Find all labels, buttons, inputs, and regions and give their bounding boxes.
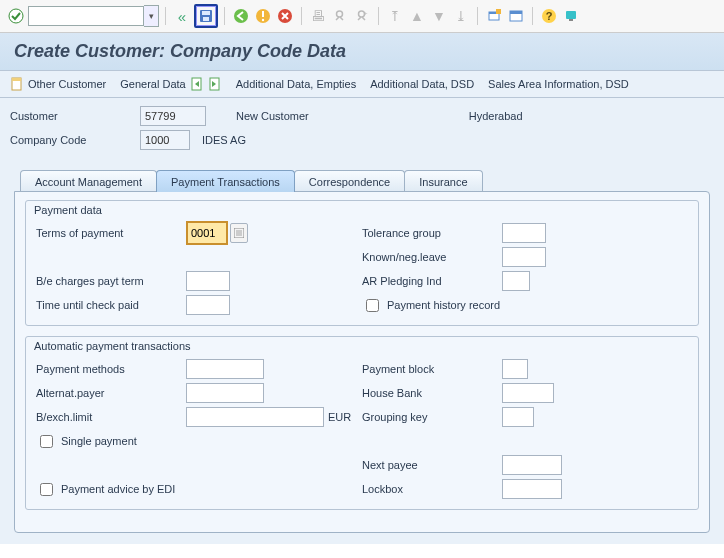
tab-payment-transactions[interactable]: Payment Transactions [156, 170, 295, 192]
customer-desc: New Customer [236, 110, 309, 122]
back-icon[interactable] [231, 6, 251, 26]
tabs-row: Account Management Payment Transactions … [20, 170, 710, 192]
tabstrip: Account Management Payment Transactions … [0, 158, 724, 544]
general-data-button[interactable]: General Data [120, 77, 221, 91]
title-band: Create Customer: Company Code Data [0, 33, 724, 71]
payment-methods-input[interactable] [186, 359, 264, 379]
company-code-value: 1000 [140, 130, 190, 150]
terms-of-payment-f4-icon[interactable] [230, 223, 248, 243]
svg-rect-13 [510, 11, 522, 14]
bexch-limit-input[interactable] [186, 407, 324, 427]
exit-icon[interactable] [253, 6, 273, 26]
house-bank-label: House Bank [362, 387, 502, 399]
layout-icon[interactable] [506, 6, 526, 26]
payment-block-label: Payment block [362, 363, 502, 375]
svg-rect-19 [12, 78, 21, 81]
document-icon [10, 77, 24, 91]
system-toolbar: ▾ « 🖶 + ⤒ ▲ ▼ ⤓ ? [0, 0, 724, 33]
lockbox-label: Lockbox [362, 483, 502, 495]
terms-of-payment-input[interactable] [188, 224, 226, 242]
find-next-icon: + [352, 6, 372, 26]
alternat-payer-label: Alternat.payer [36, 387, 186, 399]
command-dropdown-icon[interactable]: ▾ [144, 5, 159, 27]
last-page-icon: ⤓ [451, 6, 471, 26]
terms-of-payment-label: Terms of payment [36, 227, 186, 239]
page-title: Create Customer: Company Code Data [14, 41, 710, 62]
customer-value: 57799 [140, 106, 206, 126]
customize-icon[interactable] [561, 6, 581, 26]
time-check-input[interactable] [186, 295, 230, 315]
next-payee-label: Next payee [362, 459, 502, 471]
prev-page-icon: ▲ [407, 6, 427, 26]
ar-pledging-input[interactable] [502, 271, 530, 291]
save-icon[interactable] [194, 4, 218, 28]
ar-pledging-label: AR Pledging Ind [362, 275, 502, 287]
single-payment-checkbox[interactable] [40, 435, 53, 448]
doc-prev-icon[interactable] [190, 77, 204, 91]
tab-insurance[interactable]: Insurance [404, 170, 482, 192]
be-charges-label: B/e charges payt term [36, 275, 186, 287]
payment-advice-edi-checkbox[interactable] [40, 483, 53, 496]
group-auto-payment: Automatic payment transactions Payment m… [25, 336, 699, 510]
payment-advice-edi-label: Payment advice by EDI [61, 483, 175, 495]
svg-rect-16 [566, 11, 576, 19]
header-form: Customer 57799 New Customer Hyderabad Co… [0, 98, 724, 158]
svg-point-4 [234, 9, 248, 23]
command-field[interactable] [28, 6, 144, 26]
payment-history-checkbox[interactable] [366, 299, 379, 312]
customer-city: Hyderabad [469, 110, 523, 122]
tab-correspondence[interactable]: Correspondence [294, 170, 405, 192]
tolerance-group-input[interactable] [502, 223, 546, 243]
lockbox-input[interactable] [502, 479, 562, 499]
svg-rect-11 [496, 9, 501, 14]
help-icon[interactable]: ? [539, 6, 559, 26]
sales-area-dsd-button[interactable]: Sales Area Information, DSD [488, 78, 629, 90]
svg-text:+: + [364, 10, 368, 16]
next-page-icon: ▼ [429, 6, 449, 26]
app-toolbar: Other Customer General Data Additional D… [0, 71, 724, 98]
back-double-icon[interactable]: « [172, 6, 192, 26]
svg-point-0 [9, 9, 23, 23]
company-code-desc: IDES AG [202, 134, 246, 146]
bexch-limit-currency: EUR [328, 411, 351, 423]
house-bank-input[interactable] [502, 383, 554, 403]
ok-icon[interactable] [6, 6, 26, 26]
grouping-key-label: Grouping key [362, 411, 502, 423]
svg-rect-2 [202, 11, 210, 15]
company-code-label: Company Code [10, 134, 140, 146]
grouping-key-input[interactable] [502, 407, 534, 427]
terms-of-payment-input-wrap [186, 221, 228, 245]
payment-methods-label: Payment methods [36, 363, 186, 375]
known-neg-leave-label: Known/neg.leave [362, 251, 502, 263]
other-customer-button[interactable]: Other Customer [10, 77, 106, 91]
doc-next-icon[interactable] [208, 77, 222, 91]
single-payment-label: Single payment [61, 435, 137, 447]
customer-label: Customer [10, 110, 140, 122]
first-page-icon: ⤒ [385, 6, 405, 26]
tab-body: Payment data Terms of payment B/e [14, 191, 710, 533]
tab-account-management[interactable]: Account Management [20, 170, 157, 192]
svg-text:?: ? [546, 10, 553, 22]
svg-rect-3 [203, 17, 209, 21]
known-neg-leave-input[interactable] [502, 247, 546, 267]
svg-rect-23 [236, 230, 242, 236]
alternat-payer-input[interactable] [186, 383, 264, 403]
svg-rect-17 [569, 19, 573, 21]
find-icon [330, 6, 350, 26]
time-check-label: Time until check paid [36, 299, 186, 311]
print-icon: 🖶 [308, 6, 328, 26]
svg-point-6 [262, 19, 264, 21]
additional-data-dsd-button[interactable]: Additional Data, DSD [370, 78, 474, 90]
cancel-icon[interactable] [275, 6, 295, 26]
payment-block-input[interactable] [502, 359, 528, 379]
additional-data-empties-button[interactable]: Additional Data, Empties [236, 78, 356, 90]
payment-history-label: Payment history record [387, 299, 500, 311]
bexch-limit-label: B/exch.limit [36, 411, 186, 423]
be-charges-input[interactable] [186, 271, 230, 291]
next-payee-input[interactable] [502, 455, 562, 475]
new-session-icon[interactable] [484, 6, 504, 26]
group-payment-data: Payment data Terms of payment B/e [25, 200, 699, 326]
group-payment-data-legend: Payment data [34, 204, 102, 216]
command-field-wrap: ▾ [28, 5, 159, 27]
tolerance-group-label: Tolerance group [362, 227, 502, 239]
